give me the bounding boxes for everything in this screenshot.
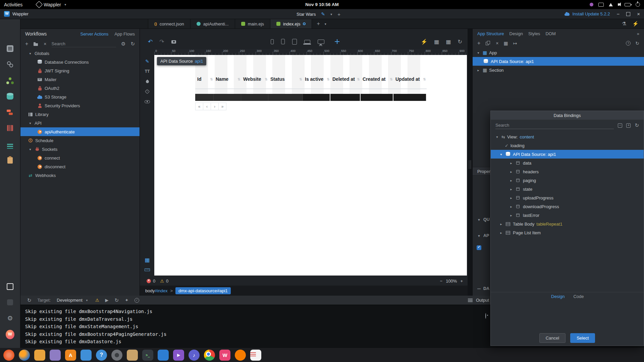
tab-apiauthenticate[interactable]: apiAuthenti... — [191, 19, 235, 28]
target-dropdown[interactable]: Development ▾ — [57, 298, 89, 303]
tab-server-actions[interactable]: Server Actions — [80, 32, 108, 37]
tree-item-globals[interactable]: ▾ Globals — [20, 49, 140, 58]
chevron-right-icon[interactable]: ▸ — [509, 187, 514, 191]
collapse-all-icon[interactable] — [618, 123, 622, 128]
project-files-icon[interactable] — [6, 44, 14, 53]
redeploy-icon[interactable]: ↻ — [115, 297, 119, 303]
move-tool-icon[interactable] — [334, 39, 340, 44]
refresh-icon[interactable]: ↻ — [458, 39, 462, 45]
chevron-down-icon[interactable]: ▾ — [476, 51, 481, 55]
archive-manager-icon[interactable] — [127, 350, 138, 361]
tab-main-ejs[interactable]: main.ejs — [235, 19, 270, 28]
screenshot-tool-icon[interactable] — [111, 350, 122, 361]
chevron-down-icon[interactable]: ▾ — [28, 147, 33, 151]
device-phablet-icon[interactable] — [281, 39, 285, 44]
chevron-right-icon[interactable]: ▸ — [509, 179, 514, 182]
chevron-right-icon[interactable]: ▸ — [499, 222, 503, 226]
settings-gear-icon[interactable]: ⚙ — [121, 41, 125, 47]
battery-icon[interactable] — [625, 3, 631, 6]
tab-dom[interactable]: DOM — [545, 31, 555, 36]
tree-item-disconnect[interactable]: disconnect — [20, 162, 140, 171]
chrome-icon[interactable] — [204, 350, 215, 361]
pagination-next-button[interactable]: › — [211, 103, 219, 110]
chevron-right-icon[interactable]: ▸ — [509, 196, 514, 200]
project-name[interactable]: Star Wars — [297, 12, 316, 17]
sort-icon[interactable]: ⇅ — [210, 76, 213, 82]
measure-ruler-icon[interactable] — [142, 265, 153, 274]
tree-item-security-providers[interactable]: Security Providers — [20, 101, 140, 110]
binding-item-lasterror[interactable]: ▸ lastError — [491, 211, 644, 220]
checked-checkbox[interactable] — [477, 245, 481, 250]
notes-icon[interactable] — [6, 156, 14, 165]
music-player-icon[interactable] — [189, 350, 200, 361]
extensions-icon[interactable] — [6, 108, 14, 117]
tree-item-connect[interactable]: connect — [20, 154, 140, 162]
binding-item-api-data-source[interactable]: ▾ API Data Source: api1 — [491, 150, 644, 159]
grid-overlay-icon[interactable]: ▦ — [142, 255, 153, 264]
videos-icon[interactable] — [173, 350, 184, 361]
binding-item-paging[interactable]: ▸ paging — [491, 176, 644, 185]
chevron-down-icon[interactable]: ▾ — [495, 135, 499, 139]
tree-item-oauth2[interactable]: OAuth2 — [20, 84, 140, 93]
browser-orange-icon[interactable] — [235, 350, 246, 361]
tree-item-webhooks[interactable]: ⇄ Webhooks — [20, 171, 140, 180]
binding-item-downloadprogress[interactable]: ▸ downloadProgress — [491, 202, 644, 211]
column-header[interactable]: Created at⇅ — [361, 70, 393, 88]
app-connect-bolt-icon[interactable]: ⚡ — [421, 39, 427, 45]
edit-project-icon[interactable]: ✎ — [321, 11, 325, 17]
refresh-icon[interactable]: ↻ — [635, 41, 639, 46]
column-header[interactable]: Is active⇅ — [303, 70, 330, 88]
project-dropdown-icon[interactable]: ▾ — [330, 12, 332, 16]
typography-icon[interactable]: TT — [142, 67, 153, 76]
device-laptop-icon[interactable] — [304, 40, 310, 44]
document-viewer-icon[interactable] — [250, 350, 261, 361]
edit-pencil-icon[interactable]: ✎ — [142, 57, 153, 66]
device-tablet-icon[interactable] — [292, 39, 297, 45]
tree-item-api[interactable]: ▾ API — [20, 119, 140, 127]
sort-icon[interactable]: ⇅ — [357, 76, 360, 82]
search-input[interactable] — [52, 41, 116, 47]
chevron-right-icon[interactable]: ▸ — [509, 214, 514, 217]
tree-item-s3-storage[interactable]: S3 Storage — [20, 93, 140, 101]
sort-icon[interactable]: ⇅ — [265, 76, 268, 82]
column-header[interactable]: Updated at⇅ — [393, 70, 427, 88]
firefox-icon[interactable] — [19, 350, 30, 361]
install-update-button[interactable]: Install Update 5.2.2 — [565, 11, 610, 16]
volume-icon[interactable] — [618, 3, 620, 6]
tree-item-database-connections[interactable]: Database Connections — [20, 58, 140, 66]
duplicate-icon[interactable] — [485, 41, 491, 46]
chevron-right-icon[interactable]: ▸ — [509, 161, 514, 165]
chevron-right-icon[interactable]: ▸ — [509, 170, 514, 174]
minimize-button[interactable]: − — [616, 11, 620, 17]
experiments-flask-icon[interactable]: ⚗ — [622, 21, 626, 27]
tree-item-library[interactable]: Library — [20, 110, 140, 119]
bindings-search-input[interactable] — [495, 122, 614, 129]
device-desktop-icon[interactable] — [318, 40, 324, 44]
quick-actions-bolt-icon[interactable]: ⚡ — [632, 21, 639, 27]
new-folder-icon[interactable] — [33, 42, 39, 47]
wappler-dock-icon[interactable] — [219, 350, 230, 361]
wappler-badge-icon[interactable] — [6, 330, 14, 339]
app-menu[interactable]: Wappler ▾ — [37, 2, 68, 7]
validate-icon[interactable] — [135, 298, 139, 303]
tree-item-sockets[interactable]: ▾ Sockets — [20, 145, 140, 154]
files-amber-icon[interactable] — [34, 350, 45, 361]
column-header[interactable]: Id⇅ — [195, 70, 214, 88]
add-project-button[interactable]: + — [337, 11, 340, 17]
deploy-icon[interactable] — [6, 282, 14, 291]
binding-item-state[interactable]: ▸ state — [491, 185, 644, 193]
chevron-right-icon[interactable]: ▸ — [499, 231, 503, 235]
chevron-down-icon[interactable]: ▾ — [28, 121, 33, 125]
tab-code[interactable]: Code — [573, 294, 584, 299]
cancel-button[interactable]: Cancel — [539, 333, 566, 343]
breadcrumb-id[interactable]: #index — [155, 288, 167, 293]
library-icon[interactable] — [6, 124, 14, 132]
sort-icon[interactable]: ⇅ — [238, 76, 240, 82]
structure-item-section[interactable]: ▸ ▦ Section — [473, 66, 644, 74]
pagination-prev-button[interactable]: ‹ — [203, 103, 211, 110]
tab-styles[interactable]: Styles — [528, 31, 540, 36]
column-header[interactable]: Status⇅ — [268, 70, 303, 88]
clock[interactable]: Nov 9 10:56 AM — [305, 2, 338, 7]
tab-overflow-icon[interactable]: » — [637, 31, 639, 36]
settings-gear-icon[interactable]: ⚙ — [6, 314, 14, 322]
